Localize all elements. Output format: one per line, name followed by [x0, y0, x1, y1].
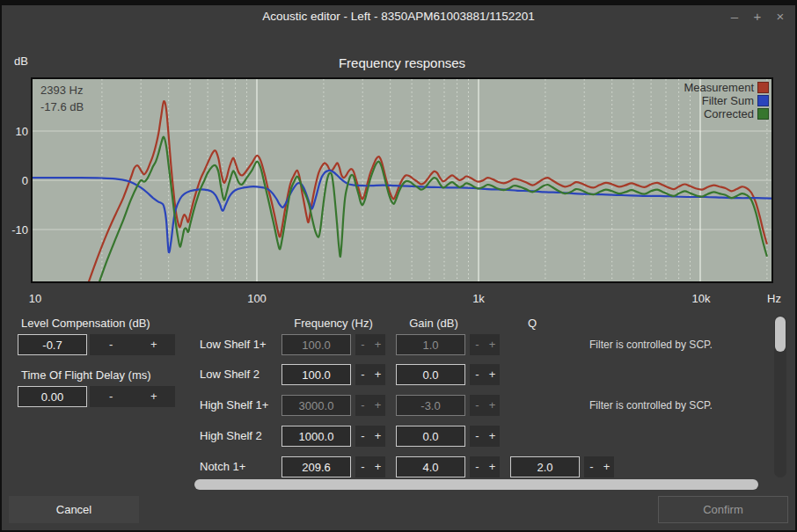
minimize-button[interactable]: – [727, 9, 742, 24]
vertical-scrollbar-thumb[interactable] [775, 317, 786, 352]
level-compensation-plus-button[interactable]: + [133, 334, 176, 355]
time-of-flight-plus-button[interactable]: + [133, 386, 176, 407]
gain-minus-button[interactable]: - [470, 334, 485, 355]
q-input[interactable]: 2.0 [510, 456, 580, 477]
gain-stepper: -+ [470, 426, 500, 447]
q-minus-button[interactable]: - [584, 456, 599, 477]
level-compensation-minus-button[interactable]: - [90, 334, 133, 355]
legend-row: Measurement [684, 81, 769, 94]
acoustic-editor-window: { "window": { "title": "Acoustic editor … [0, 0, 797, 532]
frequency-minus-button[interactable]: - [355, 395, 370, 416]
gain-minus-button[interactable]: - [470, 456, 485, 477]
legend-swatch [757, 95, 769, 106]
chart-canvas [33, 79, 771, 281]
legend-row: Corrected [684, 107, 769, 120]
level-compensation-stepper: - + [90, 334, 175, 355]
gain-stepper: -+ [470, 456, 500, 477]
frequency-response-plot[interactable]: 2393 Hz -17.6 dB MeasurementFilter SumCo… [31, 77, 773, 283]
filter-table: Frequency (Hz) Gain (dB) Q Low Shelf 1+1… [200, 311, 794, 487]
legend-row: Filter Sum [684, 94, 769, 107]
series-corrected [97, 137, 767, 281]
series-filter-sum [33, 171, 771, 252]
x-axis-unit: Hz [767, 292, 781, 305]
time-of-flight-minus-button[interactable]: - [90, 386, 133, 407]
frequency-minus-button[interactable]: - [355, 364, 370, 385]
scp-controlled-note: Filter is controlled by SCP. [589, 395, 713, 416]
frequency-minus-button[interactable]: - [355, 426, 370, 447]
y-tick-label: -10 [4, 223, 28, 237]
q-stepper: -+ [584, 456, 614, 477]
y-tick-label: 10 [4, 125, 28, 138]
gain-minus-button[interactable]: - [470, 364, 485, 385]
frequency-input[interactable]: 100.0 [282, 334, 351, 355]
vertical-scrollbar[interactable] [774, 316, 786, 477]
cancel-button[interactable]: Cancel [9, 496, 139, 523]
gain-plus-button[interactable]: + [485, 364, 500, 385]
frequency-plus-button[interactable]: + [370, 334, 385, 355]
chart-legend: MeasurementFilter SumCorrected [684, 81, 769, 120]
filter-row-label: Low Shelf 2 [200, 364, 260, 385]
frequency-stepper: -+ [355, 456, 385, 477]
filter-row-label: High Shelf 1+ [200, 395, 268, 416]
frequency-input[interactable]: 209.6 [282, 456, 351, 477]
frequency-plus-button[interactable]: + [370, 395, 385, 416]
frequency-input[interactable]: 100.0 [282, 364, 351, 385]
legend-label: Filter Sum [702, 94, 754, 107]
frequency-plus-button[interactable]: + [370, 456, 385, 477]
gain-plus-button[interactable]: + [485, 456, 500, 477]
filter-row-label: High Shelf 2 [200, 426, 262, 447]
window-title: Acoustic editor - Left - 8350APM61003881… [2, 10, 795, 23]
time-of-flight-label: Time Of Flight Delay (ms) [21, 368, 151, 382]
gain-stepper: -+ [470, 364, 500, 385]
gain-input[interactable]: -3.0 [396, 395, 465, 416]
horizontal-scrollbar-thumb[interactable] [194, 479, 758, 490]
q-column-header: Q [522, 317, 543, 330]
frequency-minus-button[interactable]: - [355, 456, 370, 477]
confirm-button[interactable]: Confirm [658, 496, 788, 523]
frequency-input[interactable]: 3000.0 [282, 395, 351, 416]
legend-swatch [757, 108, 769, 120]
filter-row-low-shelf-2: Low Shelf 2100.0-+0.0-+ [200, 364, 794, 385]
filter-row-low-shelf-1: Low Shelf 1+100.0-+1.0-+Filter is contro… [200, 334, 794, 355]
gain-plus-button[interactable]: + [485, 395, 500, 416]
horizontal-scrollbar[interactable] [194, 479, 758, 490]
filter-row-high-shelf-1: High Shelf 1+3000.0-+-3.0-+Filter is con… [200, 395, 794, 416]
frequency-plus-button[interactable]: + [370, 364, 385, 385]
frequency-input[interactable]: 1000.0 [282, 426, 351, 447]
legend-swatch [757, 82, 769, 93]
gain-plus-button[interactable]: + [485, 426, 500, 447]
legend-label: Measurement [684, 81, 754, 94]
maximize-button[interactable]: + [749, 9, 765, 24]
frequency-stepper: -+ [355, 364, 385, 385]
level-compensation-input[interactable]: -0.7 [18, 334, 87, 355]
cursor-frequency: 2393 Hz [40, 82, 84, 98]
gain-input[interactable]: 0.0 [396, 364, 465, 385]
cursor-level: -17.6 dB [40, 98, 84, 115]
frequency-stepper: -+ [355, 334, 385, 355]
level-compensation-label: Level Compensation (dB) [21, 317, 150, 330]
x-tick-label: 10k [692, 292, 711, 305]
y-axis-unit: dB [14, 55, 28, 68]
chart-title: Frequency responses [31, 55, 773, 70]
frequency-minus-button[interactable]: - [355, 334, 370, 355]
x-tick-label: 10 [29, 292, 41, 305]
gain-plus-button[interactable]: + [485, 334, 500, 355]
time-of-flight-input[interactable]: 0.00 [18, 386, 87, 407]
gain-input[interactable]: 1.0 [396, 334, 465, 355]
frequency-stepper: -+ [355, 426, 385, 447]
filter-row-label: Low Shelf 1+ [200, 334, 267, 355]
close-button[interactable]: × [772, 9, 788, 24]
filter-row-label: Notch 1+ [200, 456, 245, 477]
gain-minus-button[interactable]: - [470, 395, 485, 416]
filter-row-high-shelf-2: High Shelf 21000.0-+0.0-+ [200, 426, 794, 447]
x-tick-label: 1k [472, 292, 485, 305]
filter-row-notch-1: Notch 1+209.6-+4.0-+2.0-+ [200, 456, 794, 477]
gain-input[interactable]: 0.0 [396, 426, 465, 447]
q-plus-button[interactable]: + [599, 456, 614, 477]
gain-minus-button[interactable]: - [470, 426, 485, 447]
frequency-column-header: Frequency (Hz) [281, 317, 386, 330]
time-of-flight-stepper: - + [90, 386, 175, 407]
frequency-plus-button[interactable]: + [370, 426, 385, 447]
gain-input[interactable]: 4.0 [396, 456, 465, 477]
window-top-edge [2, 2, 795, 5]
